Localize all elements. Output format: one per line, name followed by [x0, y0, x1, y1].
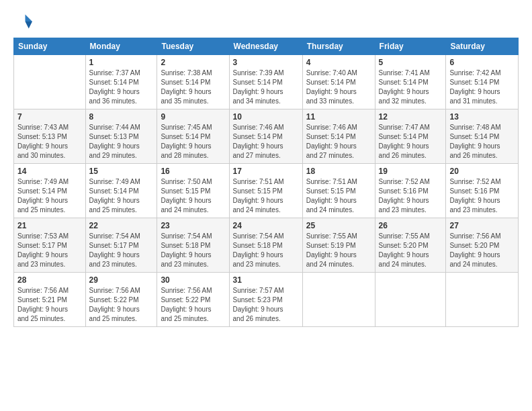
day-number: 31	[233, 275, 299, 285]
week-row-0: 1Sunrise: 7:37 AM Sunset: 5:14 PM Daylig…	[14, 55, 519, 109]
day-info: Sunrise: 7:43 AM Sunset: 5:13 PM Dayligh…	[17, 123, 82, 161]
logo	[13, 12, 35, 31]
day-number: 12	[379, 112, 443, 122]
week-row-4: 28Sunrise: 7:56 AM Sunset: 5:21 PM Dayli…	[14, 273, 519, 327]
calendar-cell: 10Sunrise: 7:46 AM Sunset: 5:14 PM Dayli…	[229, 109, 302, 164]
calendar-cell: 18Sunrise: 7:51 AM Sunset: 5:15 PM Dayli…	[302, 164, 375, 218]
day-info: Sunrise: 7:53 AM Sunset: 5:17 PM Dayligh…	[17, 232, 82, 269]
calendar-cell: 2Sunrise: 7:38 AM Sunset: 5:14 PM Daylig…	[157, 55, 229, 109]
day-info: Sunrise: 7:54 AM Sunset: 5:18 PM Dayligh…	[161, 232, 225, 269]
day-info: Sunrise: 7:52 AM Sunset: 5:16 PM Dayligh…	[379, 177, 443, 215]
day-number: 18	[306, 167, 371, 176]
day-number: 22	[89, 221, 154, 230]
col-header-tuesday: Tuesday	[157, 38, 229, 55]
day-number: 30	[161, 275, 225, 285]
svg-marker-0	[26, 15, 33, 22]
day-number: 14	[17, 167, 82, 176]
calendar-cell	[446, 273, 519, 327]
calendar-cell: 30Sunrise: 7:56 AM Sunset: 5:22 PM Dayli…	[157, 273, 229, 327]
calendar-cell: 17Sunrise: 7:51 AM Sunset: 5:15 PM Dayli…	[229, 164, 302, 218]
calendar-cell: 20Sunrise: 7:52 AM Sunset: 5:16 PM Dayli…	[446, 164, 519, 218]
calendar-cell: 15Sunrise: 7:49 AM Sunset: 5:14 PM Dayli…	[85, 164, 157, 218]
calendar-cell: 5Sunrise: 7:41 AM Sunset: 5:14 PM Daylig…	[375, 55, 446, 109]
calendar-cell: 11Sunrise: 7:46 AM Sunset: 5:14 PM Dayli…	[302, 109, 375, 164]
col-header-wednesday: Wednesday	[229, 38, 302, 55]
day-number: 17	[233, 167, 299, 176]
calendar-cell: 24Sunrise: 7:54 AM Sunset: 5:18 PM Dayli…	[229, 218, 302, 273]
day-number: 1	[89, 58, 154, 67]
calendar-cell: 13Sunrise: 7:48 AM Sunset: 5:14 PM Dayli…	[446, 109, 519, 164]
calendar-cell: 3Sunrise: 7:39 AM Sunset: 5:14 PM Daylig…	[229, 55, 302, 109]
day-number: 2	[161, 58, 225, 67]
day-number: 6	[449, 58, 515, 67]
calendar-cell: 21Sunrise: 7:53 AM Sunset: 5:17 PM Dayli…	[14, 218, 86, 273]
calendar-cell: 9Sunrise: 7:45 AM Sunset: 5:14 PM Daylig…	[157, 109, 229, 164]
calendar-cell: 25Sunrise: 7:55 AM Sunset: 5:19 PM Dayli…	[302, 218, 375, 273]
calendar-cell: 28Sunrise: 7:56 AM Sunset: 5:21 PM Dayli…	[14, 273, 86, 327]
day-info: Sunrise: 7:51 AM Sunset: 5:15 PM Dayligh…	[233, 177, 299, 215]
calendar-cell: 22Sunrise: 7:54 AM Sunset: 5:17 PM Dayli…	[85, 218, 157, 273]
col-header-thursday: Thursday	[302, 38, 375, 55]
day-info: Sunrise: 7:54 AM Sunset: 5:18 PM Dayligh…	[233, 232, 299, 269]
day-info: Sunrise: 7:52 AM Sunset: 5:16 PM Dayligh…	[449, 177, 515, 215]
day-number: 13	[449, 112, 515, 122]
day-info: Sunrise: 7:37 AM Sunset: 5:14 PM Dayligh…	[89, 68, 154, 106]
header	[13, 12, 519, 31]
calendar-cell: 23Sunrise: 7:54 AM Sunset: 5:18 PM Dayli…	[157, 218, 229, 273]
calendar-cell: 26Sunrise: 7:55 AM Sunset: 5:20 PM Dayli…	[375, 218, 446, 273]
day-info: Sunrise: 7:50 AM Sunset: 5:15 PM Dayligh…	[161, 177, 225, 215]
day-number: 28	[17, 275, 82, 285]
calendar-header-row: SundayMondayTuesdayWednesdayThursdayFrid…	[14, 38, 519, 55]
day-number: 25	[306, 221, 371, 230]
day-number: 20	[449, 167, 515, 176]
day-info: Sunrise: 7:39 AM Sunset: 5:14 PM Dayligh…	[233, 68, 299, 106]
calendar-cell: 19Sunrise: 7:52 AM Sunset: 5:16 PM Dayli…	[375, 164, 446, 218]
day-number: 9	[161, 112, 225, 122]
day-info: Sunrise: 7:48 AM Sunset: 5:14 PM Dayligh…	[449, 123, 515, 161]
day-number: 7	[17, 112, 82, 122]
day-number: 27	[449, 221, 515, 230]
calendar-cell: 31Sunrise: 7:57 AM Sunset: 5:23 PM Dayli…	[229, 273, 302, 327]
svg-marker-1	[26, 21, 33, 29]
calendar-cell	[14, 55, 86, 109]
calendar-cell: 12Sunrise: 7:47 AM Sunset: 5:14 PM Dayli…	[375, 109, 446, 164]
day-number: 3	[233, 58, 299, 67]
day-number: 11	[306, 112, 371, 122]
day-number: 24	[233, 221, 299, 230]
col-header-sunday: Sunday	[14, 38, 86, 55]
calendar-cell	[375, 273, 446, 327]
day-info: Sunrise: 7:46 AM Sunset: 5:14 PM Dayligh…	[233, 123, 299, 161]
day-number: 8	[89, 112, 154, 122]
day-number: 26	[379, 221, 443, 230]
day-number: 21	[17, 221, 82, 230]
calendar-cell: 8Sunrise: 7:44 AM Sunset: 5:13 PM Daylig…	[85, 109, 157, 164]
col-header-friday: Friday	[375, 38, 446, 55]
calendar-cell: 16Sunrise: 7:50 AM Sunset: 5:15 PM Dayli…	[157, 164, 229, 218]
week-row-3: 21Sunrise: 7:53 AM Sunset: 5:17 PM Dayli…	[14, 218, 519, 273]
day-number: 4	[306, 58, 371, 67]
day-number: 23	[161, 221, 225, 230]
calendar-cell: 27Sunrise: 7:56 AM Sunset: 5:20 PM Dayli…	[446, 218, 519, 273]
calendar-cell: 7Sunrise: 7:43 AM Sunset: 5:13 PM Daylig…	[14, 109, 86, 164]
day-number: 5	[379, 58, 443, 67]
calendar-cell: 4Sunrise: 7:40 AM Sunset: 5:14 PM Daylig…	[302, 55, 375, 109]
day-info: Sunrise: 7:49 AM Sunset: 5:14 PM Dayligh…	[89, 177, 154, 215]
calendar-cell	[302, 273, 375, 327]
week-row-1: 7Sunrise: 7:43 AM Sunset: 5:13 PM Daylig…	[14, 109, 519, 164]
calendar-cell: 6Sunrise: 7:42 AM Sunset: 5:14 PM Daylig…	[446, 55, 519, 109]
day-info: Sunrise: 7:56 AM Sunset: 5:22 PM Dayligh…	[89, 286, 154, 324]
calendar-table: SundayMondayTuesdayWednesdayThursdayFrid…	[13, 38, 519, 327]
day-info: Sunrise: 7:55 AM Sunset: 5:20 PM Dayligh…	[379, 232, 443, 269]
day-number: 15	[89, 167, 154, 176]
day-number: 29	[89, 275, 154, 285]
day-info: Sunrise: 7:49 AM Sunset: 5:14 PM Dayligh…	[17, 177, 82, 215]
week-row-2: 14Sunrise: 7:49 AM Sunset: 5:14 PM Dayli…	[14, 164, 519, 218]
day-info: Sunrise: 7:57 AM Sunset: 5:23 PM Dayligh…	[233, 286, 299, 324]
day-info: Sunrise: 7:42 AM Sunset: 5:14 PM Dayligh…	[449, 68, 515, 106]
day-info: Sunrise: 7:47 AM Sunset: 5:14 PM Dayligh…	[379, 123, 443, 161]
page: SundayMondayTuesdayWednesdayThursdayFrid…	[0, 0, 532, 411]
day-info: Sunrise: 7:56 AM Sunset: 5:22 PM Dayligh…	[161, 286, 225, 324]
day-info: Sunrise: 7:40 AM Sunset: 5:14 PM Dayligh…	[306, 68, 371, 106]
day-info: Sunrise: 7:38 AM Sunset: 5:14 PM Dayligh…	[161, 68, 225, 106]
col-header-monday: Monday	[85, 38, 157, 55]
